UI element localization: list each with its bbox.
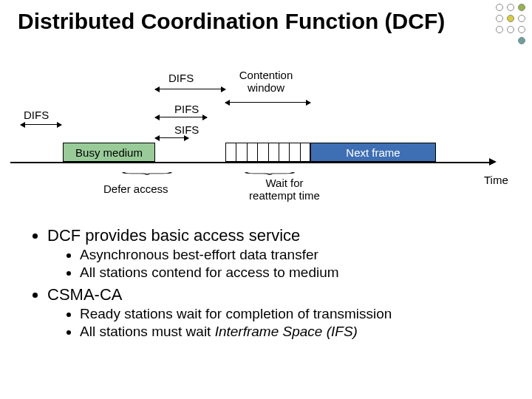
svg-point-6 bbox=[497, 27, 503, 33]
bullet-content: DCF provides basic access service Asynch… bbox=[30, 222, 514, 343]
arrow-contention-window bbox=[225, 102, 310, 103]
bullet-dcf: DCF provides basic access service Asynch… bbox=[47, 226, 514, 281]
time-axis-arrowhead bbox=[489, 158, 497, 166]
arrow-difs-left bbox=[21, 124, 61, 125]
arrow-sifs bbox=[155, 137, 188, 138]
bullet-csma-text: CSMA-CA bbox=[47, 285, 122, 304]
contention-slot-divider bbox=[236, 143, 236, 161]
label-time: Time bbox=[484, 174, 508, 187]
next-frame-box: Next frame bbox=[310, 143, 436, 162]
label-defer-access: Defer access bbox=[103, 183, 168, 196]
contention-slot-divider bbox=[300, 143, 301, 161]
arrow-pifs bbox=[155, 117, 207, 117]
busy-medium-label: Busy medium bbox=[75, 146, 143, 159]
label-difs-top: DIFS bbox=[168, 72, 194, 85]
dcf-timing-diagram: DIFS Contention window DIFS PIFS SIFS Bu… bbox=[0, 72, 532, 213]
contention-window-slots bbox=[225, 143, 310, 162]
next-frame-label: Next frame bbox=[346, 146, 400, 159]
label-pifs: PIFS bbox=[174, 103, 199, 116]
brace-wait: ⏟ bbox=[245, 161, 295, 175]
bullet-ifs-em: Interframe Space (IFS) bbox=[215, 324, 358, 339]
bullet-dcf-text: DCF provides basic access service bbox=[47, 226, 300, 245]
contention-slot-divider bbox=[289, 143, 290, 161]
svg-point-5 bbox=[519, 16, 525, 22]
bullet-contend: All stations contend for access to mediu… bbox=[80, 265, 514, 281]
corner-decoration bbox=[480, 0, 532, 52]
contention-slot-divider bbox=[257, 143, 258, 161]
brace-defer: ⏟ bbox=[122, 161, 172, 175]
svg-point-0 bbox=[497, 4, 503, 11]
label-contention-window: Contention window bbox=[229, 69, 303, 94]
arrow-difs bbox=[155, 89, 225, 89]
page-title: Distributed Coordination Function (DCF) bbox=[0, 0, 532, 35]
svg-point-2 bbox=[519, 4, 525, 11]
svg-point-9 bbox=[519, 38, 525, 44]
contention-slot-divider bbox=[279, 143, 279, 161]
bullet-ifs-pre: All stations must wait bbox=[80, 324, 215, 339]
bullet-async: Asynchronous best-effort data transfer bbox=[80, 247, 514, 263]
svg-point-1 bbox=[508, 4, 514, 11]
label-difs-left: DIFS bbox=[24, 109, 49, 122]
contention-slot-divider bbox=[268, 143, 269, 161]
contention-slot-divider bbox=[247, 143, 248, 161]
bullet-csma: CSMA-CA Ready stations wait for completi… bbox=[47, 285, 514, 340]
svg-point-7 bbox=[508, 27, 514, 33]
busy-medium-box: Busy medium bbox=[63, 143, 155, 162]
bullet-ifs: All stations must wait Interframe Space … bbox=[80, 324, 514, 340]
svg-point-3 bbox=[497, 16, 503, 22]
svg-point-8 bbox=[519, 27, 525, 33]
label-wait-reattempt: Wait for reattempt time bbox=[236, 177, 332, 202]
svg-point-4 bbox=[508, 16, 514, 22]
bullet-ready: Ready stations wait for completion of tr… bbox=[80, 306, 514, 322]
